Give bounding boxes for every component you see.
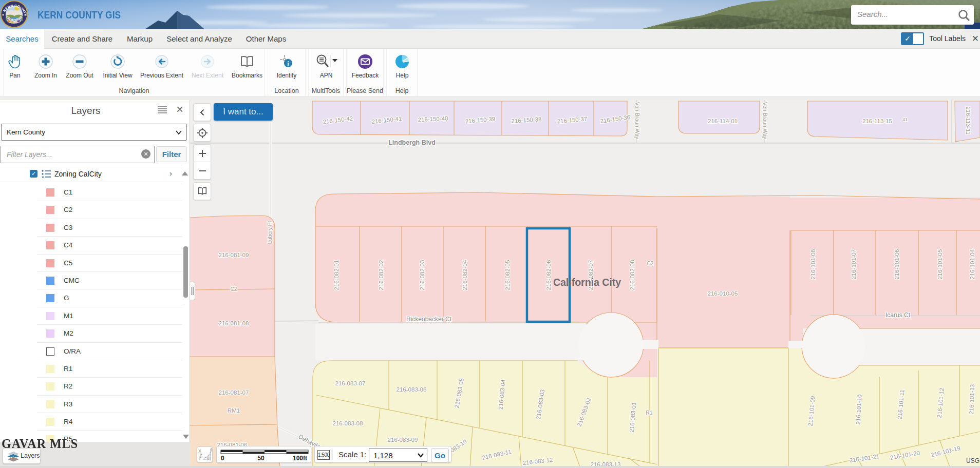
svg-text:216-101-07: 216-101-07 bbox=[851, 249, 857, 280]
svg-text:216-082-04: 216-082-04 bbox=[462, 260, 468, 290]
svg-text:216-083-07: 216-083-07 bbox=[335, 380, 366, 386]
svg-text:Von Braun Way: Von Braun Way bbox=[762, 102, 768, 140]
svg-text:216-081-08: 216-081-08 bbox=[219, 320, 249, 326]
svg-text:216-114-01: 216-114-01 bbox=[708, 118, 738, 124]
svg-text:216-082-01: 216-082-01 bbox=[333, 260, 340, 290]
svg-text:216-010-05: 216-010-05 bbox=[708, 290, 738, 297]
svg-text:Icarus Ct: Icarus Ct bbox=[885, 311, 911, 319]
svg-text:R1: R1 bbox=[646, 410, 653, 416]
svg-text:216-081-09: 216-081-09 bbox=[219, 252, 249, 258]
svg-text:100ft: 100ft bbox=[293, 455, 307, 462]
svg-text:C2: C2 bbox=[231, 286, 237, 292]
svg-text:216-101-05: 216-101-05 bbox=[937, 249, 943, 280]
svg-text:Lindbergh Blvd: Lindbergh Blvd bbox=[388, 139, 436, 146]
svg-text:Von Braun Way: Von Braun Way bbox=[634, 102, 640, 140]
svg-text:216-101-13: 216-101-13 bbox=[968, 384, 975, 414]
svg-text:216-101-06: 216-101-06 bbox=[894, 249, 900, 280]
svg-text:C2: C2 bbox=[647, 261, 654, 266]
svg-text:50: 50 bbox=[257, 455, 265, 462]
svg-text:216-082-03: 216-082-03 bbox=[419, 260, 425, 290]
svg-text:X: X bbox=[198, 449, 201, 454]
svg-text:Rickenbacker Ct: Rickenbacker Ct bbox=[406, 316, 452, 323]
svg-text:216-082-02: 216-082-02 bbox=[378, 260, 384, 290]
svg-text:California City: California City bbox=[553, 277, 621, 288]
svg-text:216-083-06: 216-083-06 bbox=[397, 386, 427, 393]
svg-text:0: 0 bbox=[221, 455, 224, 462]
svg-text:216-082-08: 216-082-08 bbox=[629, 260, 635, 290]
svg-text:216-113-11: 216-113-11 bbox=[965, 107, 971, 135]
svg-text:RM1: RM1 bbox=[228, 407, 240, 414]
svg-text:216-101-04: 216-101-04 bbox=[969, 249, 975, 279]
svg-text:216-081-07: 216-081-07 bbox=[219, 389, 249, 396]
svg-text:216-082-05: 216-082-05 bbox=[504, 260, 511, 290]
svg-text:216-101-08: 216-101-08 bbox=[810, 249, 816, 280]
svg-text:216-113-15: 216-113-15 bbox=[862, 118, 892, 124]
svg-text:216-082-06: 216-082-06 bbox=[545, 260, 552, 290]
svg-text:216-083-09: 216-083-09 bbox=[388, 437, 418, 443]
svg-text:216-083-08: 216-083-08 bbox=[333, 420, 363, 426]
svg-text:Lubery Pl: Lubery Pl bbox=[267, 221, 273, 244]
svg-text:41: 41 bbox=[902, 117, 908, 122]
